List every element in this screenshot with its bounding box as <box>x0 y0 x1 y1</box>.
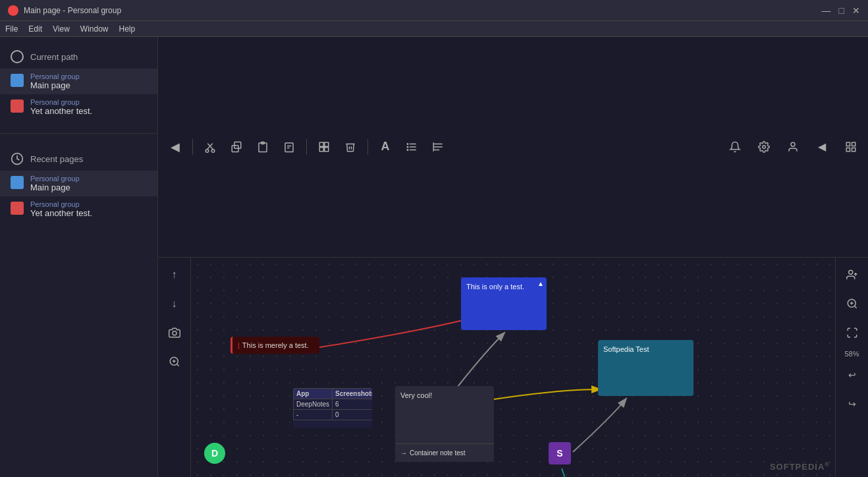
move-down-button[interactable]: ↓ <box>163 292 186 316</box>
container-arrow: → <box>400 449 407 457</box>
table-cell-6: 6 <box>333 399 372 409</box>
cut-button[interactable] <box>198 135 222 159</box>
canvas-top: ↑ ↓ <box>158 258 868 478</box>
sidebar-item-text-2: Personal group Yet another test. <box>30 98 92 116</box>
node-verycool[interactable]: Very cool! → Container note test <box>395 386 494 462</box>
zoom-label: 58% <box>844 350 859 358</box>
d-avatar-button[interactable]: D <box>204 443 225 464</box>
svg-point-18 <box>407 146 408 148</box>
softpedia-text: SOFTPEDIA® <box>770 462 830 472</box>
collapse-right-button[interactable]: ◀ <box>810 135 834 159</box>
recent-pages-label: Recent pages <box>30 154 83 164</box>
sidebar-collapse-button[interactable]: ◀ <box>163 135 187 159</box>
node-test-only[interactable]: This is only a test. ▲ <box>461 277 547 330</box>
toolbar-sep-1 <box>192 139 193 155</box>
current-path-label: Current path <box>30 52 78 62</box>
app-icon <box>8 5 18 16</box>
toolbar-sep-2 <box>306 139 307 155</box>
current-path-section: Current path Personal group Main page Pe… <box>0 37 157 128</box>
svg-point-1 <box>205 150 209 153</box>
node-softpedia-test-text: Softpedia Test <box>603 345 649 353</box>
menubar: File Edit View Window Help <box>0 21 868 37</box>
sidebar-item-name-2: Yet another test. <box>30 106 92 116</box>
sidebar-recent-name-1: Main page <box>30 182 80 192</box>
node-merely-text: This is merely a test. <box>242 341 309 349</box>
node-verycool-text: Very cool! <box>400 391 489 399</box>
svg-point-19 <box>407 150 408 151</box>
paste-button[interactable] <box>251 135 275 159</box>
page-icon-blue-recent <box>11 176 24 189</box>
node-test-collapse[interactable]: ▲ <box>537 280 544 287</box>
svg-line-32 <box>176 364 178 366</box>
current-path-icon <box>11 50 24 63</box>
current-path-header: Current path <box>0 45 157 69</box>
menu-view[interactable]: View <box>53 24 70 34</box>
node-s-text: S <box>556 448 562 459</box>
menu-file[interactable]: File <box>5 24 18 34</box>
svg-point-17 <box>407 144 408 145</box>
search-canvas-button[interactable] <box>163 350 186 374</box>
fullscreen-button[interactable] <box>840 321 864 345</box>
sidebar-recent-name-2: Yet another test. <box>30 208 92 218</box>
svg-point-2 <box>211 150 215 153</box>
user-button[interactable] <box>781 135 805 159</box>
text-button[interactable]: A <box>373 135 397 159</box>
undo-button[interactable]: ↩ <box>840 363 864 387</box>
sidebar-recent-item-text-2: Personal group Yet another test. <box>30 200 92 218</box>
canvas[interactable]: This is only a test. ▲ | This is merely … <box>191 258 835 478</box>
sidebar-item-group-2: Personal group <box>30 98 92 106</box>
svg-line-39 <box>854 306 856 308</box>
svg-rect-13 <box>325 148 329 152</box>
minimize-button[interactable]: — <box>822 5 831 16</box>
sidebar-item-yet-another[interactable]: Personal group Yet another test. <box>0 94 157 120</box>
node-container-note[interactable]: → Container note test <box>395 443 494 462</box>
sidebar-item-main-page[interactable]: Personal group Main page <box>0 69 157 94</box>
svg-rect-12 <box>319 148 323 152</box>
settings-button[interactable] <box>752 135 776 159</box>
sidebar-recent-item-yet-another[interactable]: Personal group Yet another test. <box>0 196 157 222</box>
titlebar: Main page - Personal group — □ ✕ <box>0 0 868 21</box>
zoom-in-button[interactable] <box>840 292 864 316</box>
node-test-text: This is only a test. <box>466 283 541 291</box>
maximize-button[interactable]: □ <box>839 5 844 16</box>
select-all-button[interactable] <box>312 135 336 159</box>
node-softpedia-test[interactable]: Softpedia Test <box>598 340 693 396</box>
table-header-app: App <box>294 388 333 399</box>
sidebar: Current path Personal group Main page Pe… <box>0 37 158 477</box>
screenshot-button[interactable] <box>163 321 186 345</box>
sidebar-recent-item-text-1: Personal group Main page <box>30 175 80 192</box>
window-controls[interactable]: — □ ✕ <box>822 5 860 16</box>
user-manage-button[interactable] <box>840 263 864 287</box>
sidebar-recent-group-2: Personal group <box>30 200 92 208</box>
paste-special-button[interactable] <box>277 135 301 159</box>
svg-rect-11 <box>325 142 329 146</box>
menu-help[interactable]: Help <box>119 24 136 34</box>
right-tools: 58% ↩ ↪ <box>835 258 868 478</box>
bars-right-button[interactable] <box>839 135 863 159</box>
main-layout: Current path Personal group Main page Pe… <box>0 37 868 477</box>
redo-button[interactable]: ↪ <box>840 392 864 416</box>
align-button[interactable] <box>426 135 450 159</box>
menu-edit[interactable]: Edit <box>28 24 42 34</box>
svg-rect-29 <box>852 148 855 151</box>
copy-button[interactable] <box>225 135 248 159</box>
sidebar-recent-item-main-page[interactable]: Personal group Main page <box>0 171 157 196</box>
node-table[interactable]: App Screenshots DeepNotes 6 - 0 <box>293 388 372 428</box>
recent-pages-header: Recent pages <box>0 147 157 171</box>
recent-pages-section: Recent pages Personal group Main page Pe… <box>0 139 157 230</box>
page-icon-red-recent <box>11 202 24 215</box>
delete-button[interactable] <box>339 135 362 159</box>
move-up-button[interactable]: ↑ <box>163 263 186 287</box>
node-merely-test[interactable]: | This is merely a test. <box>231 337 319 354</box>
svg-rect-27 <box>852 142 855 146</box>
table-cell-0: 0 <box>333 409 372 420</box>
close-button[interactable]: ✕ <box>852 5 860 16</box>
toolbar: ◀ <box>158 37 868 258</box>
svg-rect-28 <box>846 148 850 151</box>
softpedia-watermark: SOFTPEDIA® <box>770 461 830 472</box>
notification-button[interactable] <box>723 135 747 159</box>
list-button[interactable] <box>400 135 423 159</box>
menu-window[interactable]: Window <box>80 24 109 34</box>
page-icon-blue <box>11 74 24 87</box>
node-s-circle[interactable]: S <box>549 442 571 464</box>
